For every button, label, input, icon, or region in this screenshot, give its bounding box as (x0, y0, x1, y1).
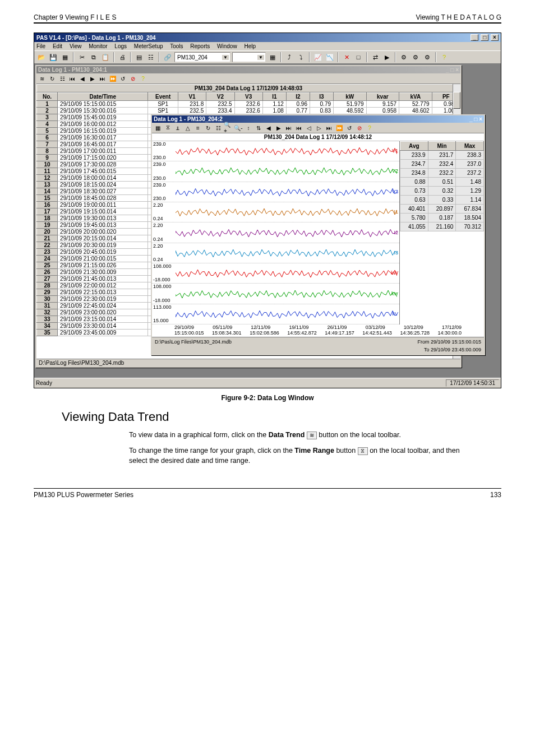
opt1-icon[interactable]: ⚙ (399, 52, 409, 62)
menu-metersetup[interactable]: MeterSetup (134, 43, 163, 49)
table-mode-icon[interactable]: ▦ (268, 52, 278, 62)
column-header[interactable]: Event (148, 93, 178, 101)
auto-icon[interactable]: ↺ (118, 74, 127, 83)
zoomout-icon[interactable]: 🔍- (234, 123, 243, 132)
time-range-inline-icon: ⧖ (358, 447, 368, 455)
first-icon[interactable]: ⏮ (68, 74, 77, 83)
column-header[interactable]: V2 (206, 93, 234, 101)
trend-icon[interactable]: ≋ (38, 74, 47, 83)
connect-icon[interactable]: ⇄ (370, 52, 380, 62)
print-icon[interactable]: 🖨 (117, 52, 127, 62)
minimize-button[interactable]: _ (471, 34, 478, 41)
opt3-icon[interactable]: ⚙ (422, 52, 432, 62)
first2-icon[interactable]: ⏮ (294, 123, 303, 132)
props3-icon[interactable]: ☷ (214, 123, 223, 132)
blank-combo[interactable] (232, 52, 266, 62)
running-header: Chapter 9 Viewing F I L E S Viewing T H … (34, 13, 501, 24)
menu-tools[interactable]: Tools (170, 43, 183, 49)
grid-close-button[interactable]: × (455, 67, 459, 73)
next2-icon[interactable]: ▷ (315, 123, 324, 132)
end-icon[interactable]: ⏭ (284, 123, 293, 132)
next-icon[interactable]: ▶ (88, 74, 97, 83)
data-trend-icon: ≋ (307, 432, 317, 439)
right-icon[interactable]: ▶ (274, 123, 283, 132)
props-icon[interactable]: ☷ (146, 52, 156, 62)
time-range-icon[interactable]: ⧖ (163, 123, 172, 132)
left-icon[interactable]: ◀ (264, 123, 273, 132)
grid-max-button[interactable]: □ (450, 67, 454, 73)
table-row[interactable]: 229/10/09 15:30:00.016SP1232.5233.4232.6… (37, 108, 460, 114)
new-icon[interactable]: ▦ (60, 52, 70, 62)
menu-view[interactable]: View (70, 43, 82, 49)
maximize-button[interactable]: □ (481, 34, 488, 41)
device-combo[interactable]: PM130_204 (174, 52, 230, 62)
vexpand-icon[interactable]: ↕ (244, 123, 253, 132)
export2-icon[interactable]: ⤵ (296, 52, 306, 62)
column-header[interactable]: kW (334, 93, 367, 101)
help2-icon[interactable]: ? (139, 74, 147, 83)
column-header[interactable]: I1 (262, 93, 286, 101)
refresh2-icon[interactable]: ↻ (204, 123, 213, 132)
trend-close-button[interactable]: × (479, 116, 482, 122)
help-icon[interactable]: ? (439, 52, 449, 62)
send-icon[interactable]: ▶ (382, 52, 392, 62)
close-button[interactable]: × (491, 34, 499, 41)
paste-icon[interactable]: 📋 (100, 52, 110, 62)
delta-icon[interactable]: △ (183, 123, 192, 132)
link-icon[interactable]: 🔗 (163, 52, 173, 62)
delete-icon[interactable]: ✕ (342, 52, 352, 62)
menu-help[interactable]: Help (244, 43, 256, 49)
trend-stats-panel: AvgMinMax233.9231.7238.3234.7232.4237.02… (400, 141, 484, 324)
menu-window[interactable]: Window (217, 43, 237, 49)
save-icon[interactable]: 💾 (48, 52, 58, 62)
list-icon[interactable]: ≡ (193, 123, 202, 132)
prev2-icon[interactable]: ◁ (305, 123, 313, 132)
stop-icon[interactable]: □ (353, 52, 363, 62)
chart2-icon[interactable]: 📉 (325, 52, 335, 62)
trend-plot[interactable]: 239.0230.0V1239.0230.0V2239.0230.0V32.20… (152, 141, 400, 324)
grid-caption: PM130_204 Data Log 1 17/12/09 14:48:03 (36, 84, 460, 92)
auto2-icon[interactable]: ↺ (345, 123, 354, 132)
props2-icon[interactable]: ☷ (58, 74, 67, 83)
ffwd2-icon[interactable]: ⏩ (335, 123, 344, 132)
column-header[interactable]: I3 (310, 93, 333, 101)
help3-icon[interactable]: ? (365, 123, 374, 132)
column-header[interactable]: Date/Time (58, 93, 148, 101)
column-header[interactable]: kVA (399, 93, 432, 101)
column-header[interactable]: V3 (234, 93, 262, 101)
trend-to: To 29/10/09 23:45:00.009 (333, 346, 483, 353)
clear-icon[interactable]: ⊘ (128, 74, 137, 83)
menu-monitor[interactable]: Monitor (89, 43, 107, 49)
column-header[interactable]: I2 (286, 93, 310, 101)
trend-min-button[interactable]: _ (469, 116, 473, 122)
last-icon[interactable]: ⏭ (98, 74, 107, 83)
copy-icon[interactable]: ⧉ (89, 52, 99, 62)
grid-icon[interactable]: ▤ (134, 52, 144, 62)
paragraph-2: To change the time range for your graph,… (129, 446, 460, 466)
export-icon[interactable]: ⤴ (284, 52, 294, 62)
column-header[interactable]: V1 (178, 93, 206, 101)
clear2-icon[interactable]: ⊘ (355, 123, 364, 132)
menu-edit[interactable]: Edit (53, 43, 62, 49)
ffwd-icon[interactable]: ⏩ (108, 74, 117, 83)
last2-icon[interactable]: ⏭ (325, 123, 334, 132)
trend-max-button[interactable]: □ (474, 116, 477, 122)
vshrink-icon[interactable]: ⇅ (254, 123, 263, 132)
open-icon[interactable]: 📂 (36, 52, 47, 62)
grid-min-button[interactable]: _ (446, 67, 449, 73)
opt2-icon[interactable]: ⚙ (411, 52, 421, 62)
zoomin-icon[interactable]: 🔍+ (224, 123, 233, 132)
table-row[interactable]: 129/10/09 15:15:00.015SP1231.8232.5232.6… (37, 101, 460, 108)
prev-icon[interactable]: ◀ (78, 74, 87, 83)
refresh-icon[interactable]: ↻ (48, 74, 57, 83)
cut-icon[interactable]: ✂ (77, 52, 87, 62)
menu-file[interactable]: File (36, 43, 45, 49)
menu-logs[interactable]: Logs (114, 43, 127, 49)
menu-reports[interactable]: Reports (190, 43, 210, 49)
paragraph-1: To view data in a graphical form, click … (129, 430, 460, 440)
grid-mode-icon[interactable]: ▦ (153, 123, 162, 132)
chart1-icon[interactable]: 📈 (313, 52, 323, 62)
overlap-icon[interactable]: ⫫ (173, 123, 182, 132)
column-header[interactable]: No. (37, 93, 58, 101)
column-header[interactable]: kvar (366, 93, 399, 101)
